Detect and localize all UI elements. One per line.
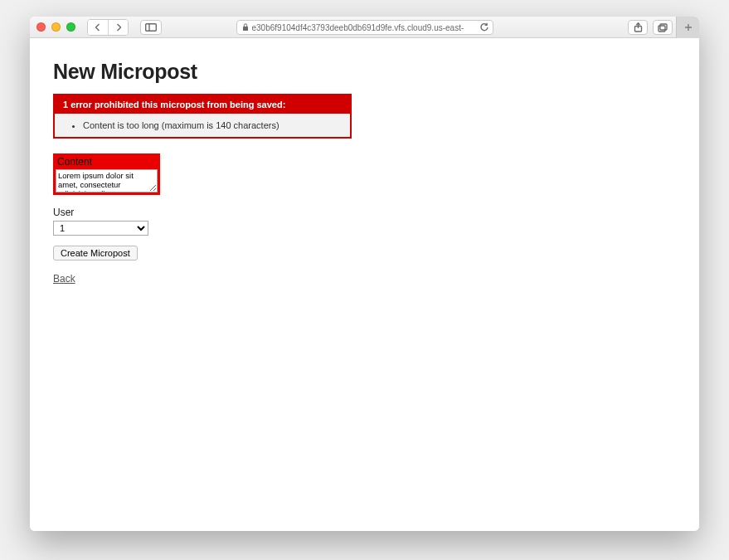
page-title: New Micropost xyxy=(53,60,676,84)
content-field-with-errors: Content Lorem ipsum dolor sit amet, cons… xyxy=(53,153,160,195)
chevron-left-icon xyxy=(95,23,101,32)
tabs-icon xyxy=(658,23,668,32)
tabs-button[interactable] xyxy=(653,20,673,35)
svg-rect-2 xyxy=(243,27,248,31)
back-link[interactable]: Back xyxy=(53,273,75,285)
user-field: User 1 xyxy=(53,207,676,236)
toolbar-right xyxy=(628,20,673,35)
sidebar-toggle-button[interactable] xyxy=(140,20,162,35)
address-text: e30b6f9104df4c3793deeb0db691d9fe.vfs.clo… xyxy=(252,23,478,32)
forward-button[interactable] xyxy=(108,20,128,35)
svg-rect-6 xyxy=(660,24,667,30)
content-label: Content xyxy=(56,156,158,169)
title-bar: e30b6f9104df4c3793deeb0db691d9fe.vfs.clo… xyxy=(30,17,699,38)
back-button[interactable] xyxy=(88,20,108,35)
minimize-window-button[interactable] xyxy=(51,22,61,32)
user-label: User xyxy=(53,207,676,218)
share-icon xyxy=(634,22,643,32)
plus-icon xyxy=(684,23,693,32)
lock-icon xyxy=(242,23,249,32)
address-bar[interactable]: e30b6f9104df4c3793deeb0db691d9fe.vfs.clo… xyxy=(236,20,493,35)
error-message: Content is too long (maximum is 140 char… xyxy=(83,119,342,132)
browser-window: e30b6f9104df4c3793deeb0db691d9fe.vfs.clo… xyxy=(30,17,699,531)
chevron-right-icon xyxy=(115,23,122,32)
error-explanation: 1 error prohibited this micropost from b… xyxy=(53,94,352,139)
page-viewport: New Micropost 1 error prohibited this mi… xyxy=(30,38,699,531)
content-textarea[interactable]: Lorem ipsum dolor sit amet, consectetur … xyxy=(56,169,158,192)
nav-buttons xyxy=(87,19,129,36)
svg-rect-5 xyxy=(659,26,665,32)
new-tab-button[interactable] xyxy=(676,17,699,38)
create-micropost-button[interactable]: Create Micropost xyxy=(53,246,138,261)
reload-icon[interactable] xyxy=(479,22,489,32)
error-body: Content is too long (maximum is 140 char… xyxy=(55,114,350,137)
share-button[interactable] xyxy=(628,20,648,35)
zoom-window-button[interactable] xyxy=(66,22,75,32)
svg-rect-0 xyxy=(146,23,157,31)
sidebar-icon xyxy=(145,23,157,32)
user-select[interactable]: 1 xyxy=(53,221,148,236)
error-heading: 1 error prohibited this micropost from b… xyxy=(55,95,350,114)
window-controls xyxy=(36,22,75,32)
close-window-button[interactable] xyxy=(36,22,46,32)
